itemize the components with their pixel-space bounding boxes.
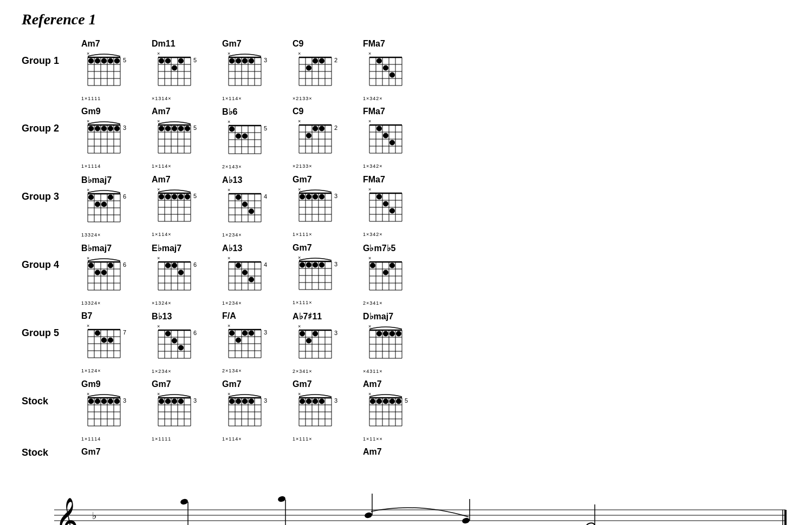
chord-item-3-3: Gm73×1×111× xyxy=(293,243,352,306)
svg-point-246 xyxy=(383,201,388,207)
chord-fingers-2-4: 1×342× xyxy=(363,232,414,237)
chord-diagram-2-3: 3×1×111× xyxy=(293,186,344,237)
svg-text:3: 3 xyxy=(264,57,267,63)
svg-text:4: 4 xyxy=(264,193,267,200)
chord-fingers-4-2: 2×134× xyxy=(222,368,274,373)
svg-text:3: 3 xyxy=(123,124,126,131)
chord-fingers-1-2: 2×143× xyxy=(222,164,274,169)
chord-name-1-4: FMa7 xyxy=(363,107,385,116)
svg-point-16 xyxy=(114,58,120,64)
chord-diagram-2-1: 5×1×114× xyxy=(152,186,203,237)
svg-text:×: × xyxy=(368,324,371,329)
chord-fingers-3-0: 13324× xyxy=(81,300,133,306)
chord-item-0-1: Dm115××1314× xyxy=(152,39,211,101)
chord-name-5-2: Gm7 xyxy=(222,379,242,389)
svg-text:3: 3 xyxy=(264,329,267,336)
stock-bottom-label-1 xyxy=(152,447,211,457)
chord-diagram-4-0: 7×1×124× xyxy=(81,322,133,373)
svg-text:×: × xyxy=(298,324,301,329)
svg-point-360 xyxy=(178,345,184,351)
svg-point-99 xyxy=(114,126,120,132)
svg-text:×: × xyxy=(298,255,301,260)
chord-name-3-2: A♭13 xyxy=(222,243,242,253)
group-label-1: Group 2 xyxy=(22,107,81,134)
chord-item-2-2: A♭134×1×234× xyxy=(222,175,282,238)
svg-text:6: 6 xyxy=(123,261,126,268)
svg-point-148 xyxy=(313,126,318,132)
svg-text:3: 3 xyxy=(123,397,126,404)
svg-point-459 xyxy=(236,399,241,404)
svg-point-198 xyxy=(178,194,184,200)
svg-point-164 xyxy=(389,140,395,146)
chord-diagram-1-4: ×1×342× xyxy=(363,117,414,169)
stock-bottom-text-0: Gm7 xyxy=(81,447,101,457)
chord-diagram-0-0: 5×1×1111 xyxy=(81,50,133,101)
svg-text:6: 6 xyxy=(123,193,126,200)
chord-item-1-1: Am75×1×114× xyxy=(152,107,211,169)
chord-name-5-1: Gm7 xyxy=(152,379,171,389)
svg-text:6: 6 xyxy=(193,330,197,336)
svg-text:×: × xyxy=(228,119,230,124)
svg-point-427 xyxy=(114,399,120,404)
chord-diagram-1-3: 2××2133× xyxy=(293,117,344,169)
chord-name-3-1: E♭maj7 xyxy=(152,243,181,253)
svg-point-294 xyxy=(236,263,241,268)
svg-point-81 xyxy=(389,73,395,78)
chord-fingers-2-2: 1×234× xyxy=(222,232,274,238)
svg-text:×: × xyxy=(87,51,89,56)
svg-text:×: × xyxy=(298,187,301,192)
svg-text:3: 3 xyxy=(264,397,267,404)
chord-name-1-3: C9 xyxy=(293,107,303,116)
svg-point-232 xyxy=(319,194,324,200)
group-row-1: Group 2Gm93×1×1114Am75×1×114×B♭65×2×143×… xyxy=(22,107,790,169)
svg-point-196 xyxy=(165,194,171,200)
chord-fingers-3-4: 2×341× xyxy=(363,300,414,306)
svg-text:×: × xyxy=(228,323,230,329)
svg-point-408 xyxy=(389,331,395,337)
group-row-2: Group 3B♭maj76×13324×Am75×1×114×A♭134×1×… xyxy=(22,175,790,238)
chord-fingers-3-1: ×1324× xyxy=(152,300,203,306)
chord-item-1-0: Gm93×1×1114 xyxy=(81,107,141,169)
svg-point-179 xyxy=(95,202,100,207)
svg-point-113 xyxy=(159,126,164,132)
svg-point-407 xyxy=(383,331,388,337)
chord-fingers-0-2: 1×114× xyxy=(222,96,274,101)
chord-item-2-1: Am75×1×114× xyxy=(152,175,211,238)
svg-text:×: × xyxy=(228,391,230,397)
chord-name-3-0: B♭maj7 xyxy=(81,243,112,253)
svg-point-493 xyxy=(376,399,382,404)
svg-text:2: 2 xyxy=(334,124,337,131)
svg-point-80 xyxy=(383,65,388,71)
svg-point-492 xyxy=(370,399,375,404)
svg-point-507 xyxy=(180,498,189,505)
svg-point-377 xyxy=(249,331,254,336)
svg-text:×: × xyxy=(87,255,89,261)
svg-point-14 xyxy=(101,58,107,64)
svg-point-133 xyxy=(242,134,248,139)
svg-point-215 xyxy=(249,209,254,214)
svg-text:×: × xyxy=(298,119,301,124)
group-row-3: Group 4B♭maj76×13324×E♭maj76××1324×A♭134… xyxy=(22,243,790,306)
chord-name-2-1: Am7 xyxy=(152,175,171,185)
svg-point-163 xyxy=(383,133,388,139)
svg-text:6: 6 xyxy=(193,261,197,268)
group-label-2: Group 3 xyxy=(22,175,81,202)
svg-point-180 xyxy=(101,202,107,207)
chord-diagram-3-0: 6×13324× xyxy=(81,254,133,306)
svg-point-229 xyxy=(300,194,305,200)
chord-name-0-4: FMa7 xyxy=(363,39,385,49)
svg-text:×: × xyxy=(298,391,301,397)
svg-point-477 xyxy=(313,399,318,404)
svg-point-496 xyxy=(396,399,401,404)
svg-text:×: × xyxy=(228,255,230,261)
svg-point-311 xyxy=(306,262,311,268)
chord-fingers-3-2: 1×234× xyxy=(222,300,274,306)
svg-point-278 xyxy=(165,263,171,268)
svg-point-47 xyxy=(229,58,235,64)
svg-point-199 xyxy=(185,194,190,200)
chord-diagram-5-2: 3×1×114× xyxy=(222,390,274,442)
svg-point-376 xyxy=(242,331,248,336)
chord-name-4-3: A♭7♯11 xyxy=(293,311,322,321)
svg-point-494 xyxy=(383,399,388,404)
chord-diagram-5-1: 3×1×1111 xyxy=(152,390,203,442)
